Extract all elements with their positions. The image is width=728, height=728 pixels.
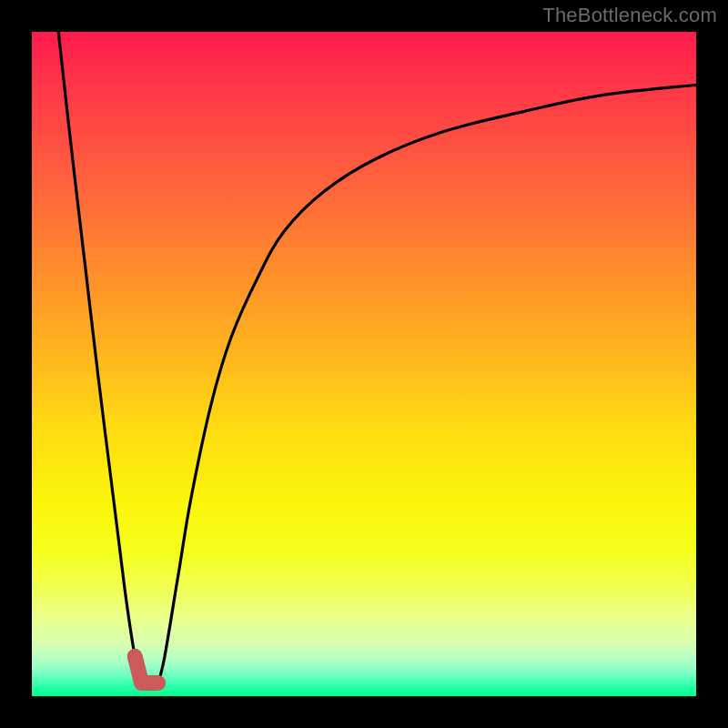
watermark-text: TheBottleneck.com bbox=[542, 4, 717, 27]
right-branch-curve bbox=[158, 85, 696, 682]
chart-frame: TheBottleneck.com bbox=[0, 0, 728, 728]
plot-area bbox=[32, 32, 696, 696]
left-branch-curve bbox=[58, 32, 141, 682]
curves-svg bbox=[32, 32, 696, 696]
optimal-marker bbox=[135, 656, 158, 682]
